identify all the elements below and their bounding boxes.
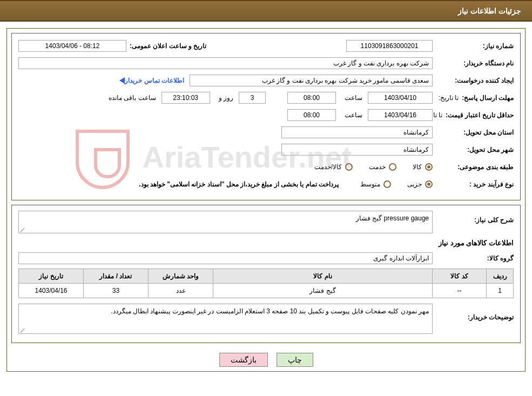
table-row: 1 -- گیج فشار عدد 33 1403/04/16 bbox=[19, 284, 514, 298]
label-days-and: روز و bbox=[219, 94, 233, 102]
label-reply-deadline: مهلت ارسال پاسخ: bbox=[462, 94, 514, 102]
need-details-section: شرح کلی نیاز: pressure gauge گیج فشار اط… bbox=[11, 205, 521, 343]
label-until-date-1: تا تاریخ: bbox=[439, 94, 459, 102]
radio-goods-wrap[interactable]: کالا bbox=[413, 163, 433, 171]
label-hours-left: ساعت باقی مانده bbox=[109, 94, 156, 102]
field-requester: سعدی قاسمی مامور خرید شرکت بهره برداری ن… bbox=[190, 75, 433, 86]
radio-medium-label: متوسط bbox=[360, 180, 380, 188]
field-buyer-org: شرکت بهره برداری نفت و گاز غرب bbox=[18, 57, 433, 69]
field-reply-time: 08:00 bbox=[287, 92, 336, 104]
field-need-desc[interactable]: pressure gauge گیج فشار bbox=[18, 211, 433, 233]
row-city: شهر محل تحویل: کرمانشاه bbox=[18, 143, 514, 157]
row-province: استان محل تحویل: کرمانشاه bbox=[18, 125, 514, 139]
field-goods-group: ابزارآلات اندازه گیری bbox=[18, 252, 433, 264]
label-subject-class: طبقه بندی موضوعی: bbox=[457, 163, 514, 171]
td-date: 1403/04/16 bbox=[19, 284, 84, 298]
field-valid-time: 08:00 bbox=[287, 109, 336, 121]
radio-service-label: خدمت bbox=[369, 163, 386, 171]
td-qty: 33 bbox=[84, 284, 149, 298]
label-requester: ایجاد کننده درخواست: bbox=[455, 77, 514, 84]
resizer-icon[interactable] bbox=[20, 327, 25, 332]
radio-goods-label: کالا bbox=[413, 163, 422, 171]
resizer-icon[interactable] bbox=[20, 226, 25, 232]
back-button[interactable]: بازگشت bbox=[219, 353, 268, 367]
contact-link-wrap[interactable]: اطلاعات تماس خریدار bbox=[116, 77, 184, 84]
label-city: شهر محل تحویل: bbox=[467, 146, 514, 153]
radio-partial-label: جزیی bbox=[407, 180, 422, 188]
th-code: کد کالا bbox=[433, 269, 487, 284]
row-subject-class: طبقه بندی موضوعی: کالا خدمت کالا/خدمت bbox=[18, 160, 514, 174]
label-buyer-org: نام دستگاه خریدار: bbox=[463, 59, 514, 67]
need-desc-text: pressure gauge گیج فشار bbox=[356, 214, 429, 222]
field-city: کرمانشاه bbox=[281, 144, 433, 156]
label-need-no: شماره نیاز: bbox=[483, 42, 514, 50]
field-days-left: 3 bbox=[239, 92, 266, 104]
radio-goods-service-icon bbox=[345, 163, 353, 171]
row-need-desc: شرح کلی نیاز: pressure gauge گیج فشار bbox=[18, 211, 514, 233]
field-countdown: 23:10:03 bbox=[161, 92, 210, 104]
row-buyer-notes: توضیحات خریدار: مهر نمودن کلیه صفحات فای… bbox=[18, 304, 514, 334]
radio-partial-wrap[interactable]: جزیی bbox=[407, 180, 433, 188]
main-container: شماره نیاز: 1103091863000201 تاریخ و ساع… bbox=[6, 28, 526, 372]
label-min-valid: حداقل تاریخ اعتبار قیمت: bbox=[446, 111, 514, 119]
label-buyer-notes: توضیحات خریدار: bbox=[468, 313, 514, 321]
row-requester: ایجاد کننده درخواست: سعدی قاسمی مامور خر… bbox=[18, 73, 514, 88]
th-name: نام کالا bbox=[213, 269, 433, 284]
td-code: -- bbox=[433, 284, 487, 298]
triangle-left-icon bbox=[119, 77, 125, 84]
field-province: کرمانشاه bbox=[281, 126, 433, 138]
th-row: ردیف bbox=[487, 269, 514, 284]
label-province: استان محل تحویل: bbox=[463, 129, 514, 136]
need-info-section: شماره نیاز: 1103091863000201 تاریخ و ساع… bbox=[11, 33, 521, 200]
page-title-bar: جزئیات اطلاعات نیاز bbox=[0, 0, 532, 22]
radio-partial-icon bbox=[425, 180, 433, 188]
label-announce: تاریخ و ساعت اعلان عمومی: bbox=[130, 42, 206, 50]
th-unit: واحد شمارش bbox=[149, 269, 213, 284]
row-reply-deadline: مهلت ارسال پاسخ: تا تاریخ: 1403/04/10 سا… bbox=[18, 91, 514, 105]
purchase-note: پرداخت تمام یا بخشی از مبلغ خرید،از محل … bbox=[139, 180, 339, 188]
field-announce: 1403/04/06 - 08:12 bbox=[18, 40, 126, 52]
row-purchase-type: نوع فرآیند خرید : جزیی متوسط پرداخت تمام… bbox=[18, 177, 514, 191]
items-info-heading: اطلاعات کالاهای مورد نیاز bbox=[18, 239, 514, 247]
th-qty: تعداد / مقدار bbox=[84, 269, 149, 284]
field-reply-date: 1403/04/10 bbox=[368, 92, 433, 104]
table-header-row: ردیف کد کالا نام کالا واحد شمارش تعداد /… bbox=[19, 269, 514, 284]
page-title: جزئیات اطلاعات نیاز bbox=[458, 6, 521, 15]
label-hour-2: ساعت bbox=[345, 111, 362, 119]
items-table: ردیف کد کالا نام کالا واحد شمارش تعداد /… bbox=[18, 269, 514, 298]
radio-goods-icon bbox=[425, 163, 433, 171]
radio-medium-wrap[interactable]: متوسط bbox=[360, 180, 391, 188]
label-hour-1: ساعت bbox=[345, 94, 362, 102]
radio-service-wrap[interactable]: خدمت bbox=[369, 163, 396, 171]
field-buyer-notes[interactable]: مهر نمودن کلیه صفحات فایل پیوست و تکمیل … bbox=[18, 304, 433, 334]
label-need-desc: شرح کلی نیاز: bbox=[474, 216, 514, 224]
print-button[interactable]: چاپ bbox=[277, 353, 313, 367]
field-valid-date: 1403/04/16 bbox=[368, 109, 433, 121]
radio-service-icon bbox=[389, 163, 396, 171]
label-purchase-type: نوع فرآیند خرید : bbox=[469, 180, 514, 188]
button-row: چاپ بازگشت bbox=[11, 353, 521, 367]
td-row: 1 bbox=[487, 284, 514, 298]
field-need-no: 1103091863000201 bbox=[346, 40, 433, 52]
td-unit: عدد bbox=[149, 284, 213, 298]
row-need-no: شماره نیاز: 1103091863000201 تاریخ و ساع… bbox=[18, 39, 514, 53]
row-buyer-org: نام دستگاه خریدار: شرکت بهره برداری نفت … bbox=[18, 56, 514, 70]
buyer-notes-text: مهر نمودن کلیه صفحات فایل پیوست و تکمیل … bbox=[111, 307, 429, 315]
row-goods-group: گروه کالا: ابزارآلات اندازه گیری bbox=[18, 251, 514, 265]
td-name: گیج فشار bbox=[213, 284, 433, 298]
label-goods-group: گروه کالا: bbox=[487, 254, 514, 262]
radio-goods-service-wrap[interactable]: کالا/خدمت bbox=[314, 163, 353, 171]
contact-link[interactable]: اطلاعات تماس خریدار bbox=[125, 77, 184, 84]
th-date: تاریخ نیاز bbox=[19, 269, 84, 284]
radio-goods-service-label: کالا/خدمت bbox=[314, 163, 342, 171]
row-valid-date: حداقل تاریخ اعتبار قیمت: تا تاریخ: 1403/… bbox=[18, 108, 514, 122]
radio-medium-icon bbox=[383, 180, 391, 188]
